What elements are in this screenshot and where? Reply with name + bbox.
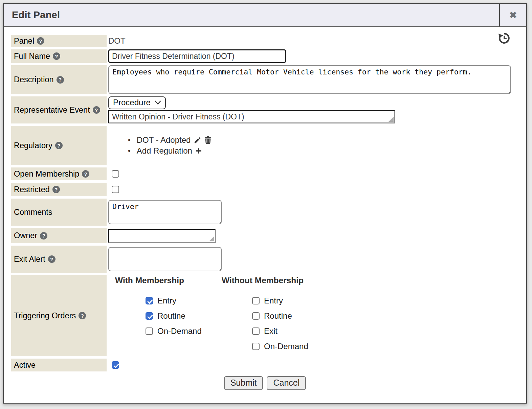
without-routine-label: Routine — [264, 311, 292, 321]
event-type-selected: Procedure — [113, 98, 151, 107]
submit-button[interactable]: Submit — [224, 376, 263, 390]
without-entry-checkbox[interactable] — [252, 297, 260, 304]
representative-event-label: Representative Event — [14, 106, 90, 115]
button-bar: Submit Cancel — [11, 376, 519, 390]
without-routine-checkbox[interactable] — [252, 312, 260, 320]
exit-alert-label: Exit Alert — [14, 255, 45, 264]
edit-regulation-button[interactable] — [194, 136, 201, 144]
regulatory-label: Regulatory — [14, 141, 52, 150]
open-membership-label-cell: Open Membership ? — [11, 167, 107, 180]
row-comments: Comments Driver — [11, 199, 519, 226]
help-icon[interactable]: ? — [53, 52, 60, 60]
row-description: Description ? Employees who require Comm… — [11, 65, 519, 94]
without-entry-label: Entry — [264, 296, 283, 305]
help-icon[interactable]: ? — [37, 37, 44, 45]
active-label-cell: Active — [11, 359, 107, 371]
without-exit-label: Exit — [264, 326, 278, 336]
help-icon[interactable]: ? — [48, 255, 56, 263]
triggering-orders-label: Triggering Orders — [14, 311, 76, 320]
with-membership-heading: With Membership — [115, 276, 217, 285]
dialog-body: Panel ? DOT Full Name ? Description ? — [4, 27, 526, 390]
with-on-demand-label: On-Demand — [157, 326, 202, 336]
event-type-select[interactable]: Procedure — [108, 96, 166, 109]
row-active: Active — [11, 359, 519, 371]
full-name-label-cell: Full Name ? — [11, 49, 107, 63]
dialog-title: Edit Panel — [4, 4, 499, 26]
triggering-orders-label-cell: Triggering Orders ? — [11, 275, 107, 356]
comments-textarea[interactable]: Driver — [108, 200, 222, 224]
open-membership-label: Open Membership — [14, 169, 79, 179]
with-routine-option: Routine — [146, 311, 217, 321]
active-label: Active — [14, 361, 36, 370]
history-button[interactable] — [498, 32, 511, 45]
with-routine-label: Routine — [157, 311, 185, 321]
without-membership-column: Without Membership Entry Routine Exit — [222, 276, 308, 351]
without-membership-heading: Without Membership — [222, 276, 308, 285]
full-name-input[interactable] — [108, 49, 286, 63]
panel-label-cell: Panel ? — [11, 35, 107, 47]
open-membership-checkbox[interactable] — [112, 170, 119, 178]
restricted-label-cell: Restricted ? — [11, 183, 107, 196]
without-entry-option: Entry — [252, 296, 308, 305]
regulation-item: DOT - Adopted — [128, 135, 212, 145]
pencil-icon — [194, 136, 201, 144]
restricted-checkbox[interactable] — [112, 186, 119, 193]
delete-regulation-button[interactable] — [204, 136, 212, 144]
comments-label-cell: Comments — [11, 199, 107, 226]
description-label-cell: Description ? — [11, 65, 107, 94]
help-icon[interactable]: ? — [82, 170, 89, 178]
owner-label-cell: Owner ? — [11, 228, 107, 243]
history-icon — [498, 32, 510, 44]
regulation-text: DOT - Adopted — [137, 135, 191, 145]
without-exit-option: Exit — [252, 326, 308, 336]
row-panel: Panel ? DOT — [11, 35, 519, 47]
representative-event-input[interactable] — [108, 110, 395, 123]
close-button[interactable]: ✖ — [499, 4, 526, 26]
description-label: Description — [14, 75, 54, 84]
without-on-demand-checkbox[interactable] — [252, 343, 260, 350]
row-open-membership: Open Membership ? — [11, 167, 519, 180]
full-name-label: Full Name — [14, 52, 50, 61]
help-icon[interactable]: ? — [79, 312, 86, 319]
regulatory-label-cell: Regulatory ? — [11, 126, 107, 165]
with-membership-column: With Membership Entry Routine On-Dema — [115, 276, 217, 336]
row-regulatory: Regulatory ? DOT - Adopted — [11, 126, 519, 165]
restricted-label: Restricted — [14, 185, 50, 194]
help-icon[interactable]: ? — [55, 142, 63, 149]
close-icon: ✖ — [509, 10, 517, 21]
with-routine-checkbox[interactable] — [146, 312, 153, 320]
help-icon[interactable]: ? — [93, 106, 100, 114]
panel-value: DOT — [108, 36, 126, 46]
edit-panel-dialog: Edit Panel ✖ Panel ? DOT — [3, 3, 527, 404]
help-icon[interactable]: ? — [40, 232, 47, 240]
add-regulation-item[interactable]: Add Regulation — [128, 145, 212, 156]
with-entry-option: Entry — [146, 296, 217, 305]
help-icon[interactable]: ? — [57, 76, 64, 84]
exit-alert-label-cell: Exit Alert ? — [11, 246, 107, 273]
description-textarea[interactable]: Employees who require Commercial Motor V… — [108, 65, 511, 94]
trash-icon — [204, 136, 212, 144]
with-on-demand-checkbox[interactable] — [146, 327, 153, 335]
without-on-demand-option: On-Demand — [252, 342, 308, 351]
owner-input[interactable] — [108, 229, 216, 243]
row-representative-event: Representative Event ? Procedure — [11, 96, 519, 123]
row-triggering-orders: Triggering Orders ? With Membership Entr… — [11, 275, 519, 356]
exit-alert-textarea[interactable] — [108, 247, 222, 271]
add-regulation-button[interactable] — [195, 147, 202, 154]
without-exit-checkbox[interactable] — [252, 327, 260, 335]
help-icon[interactable]: ? — [52, 186, 60, 193]
without-routine-option: Routine — [252, 311, 308, 321]
dialog-header: Edit Panel ✖ — [4, 4, 526, 27]
row-restricted: Restricted ? — [11, 183, 519, 196]
row-full-name: Full Name ? — [11, 49, 519, 63]
with-entry-checkbox[interactable] — [146, 297, 153, 304]
cancel-button[interactable]: Cancel — [267, 376, 306, 390]
representative-event-label-cell: Representative Event ? — [11, 96, 107, 123]
without-on-demand-label: On-Demand — [264, 342, 308, 351]
owner-combo — [108, 229, 216, 243]
add-regulation-label: Add Regulation — [137, 145, 192, 156]
plus-icon — [195, 147, 202, 154]
panel-label: Panel — [14, 37, 34, 46]
active-checkbox[interactable] — [112, 361, 119, 369]
with-entry-label: Entry — [157, 296, 176, 305]
